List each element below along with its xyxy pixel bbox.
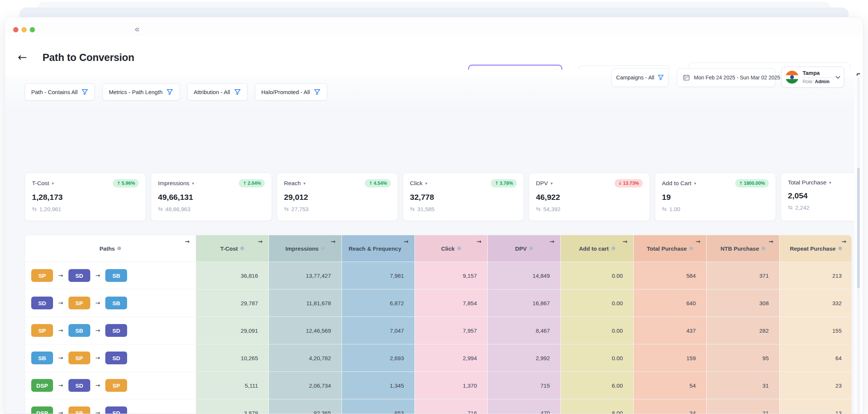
sort-arrow-icon[interactable]: →	[185, 238, 190, 245]
campaigns-filter-button[interactable]: Campaigns - All	[612, 68, 669, 87]
table-cell: 21	[706, 399, 779, 414]
column-header[interactable]: → DPV	[487, 235, 560, 262]
column-header[interactable]: → Impressions	[269, 235, 341, 262]
path-arrow-icon: →	[96, 409, 100, 414]
table-cell: 0.00	[560, 317, 633, 344]
column-header[interactable]: → Reach & Frequency	[341, 235, 414, 262]
window-titlebar: «	[5, 17, 863, 36]
filter-chip[interactable]: Attribution - All	[187, 83, 247, 100]
sort-arrow-icon[interactable]: →	[695, 238, 700, 245]
path-badge: DSP	[31, 379, 53, 392]
filter-chip[interactable]: Halo/Promoted - All	[255, 83, 327, 100]
kpi-metric-select[interactable]: Reach ▾	[284, 180, 305, 187]
kpi-metric-select[interactable]: Add to Cart ▾	[662, 180, 696, 187]
kpi-metric-select[interactable]: T-Cost ▾	[32, 180, 54, 187]
kpi-previous: ⇆ 48,66,963	[158, 205, 265, 212]
maximize-window-button[interactable]	[30, 27, 35, 32]
sort-arrow-icon[interactable]: →	[404, 238, 408, 245]
table-row[interactable]: DSP→SD→SP 5,1112,06,7341,3451,3707156.00…	[25, 371, 851, 399]
kpi-previous: ⇆ 27,753	[284, 205, 391, 212]
table-row[interactable]: DSP→SP→SD 3,87992,3656537164708.00342113	[25, 399, 851, 414]
main-content: Path - Contains All Metrics - Path Lengt…	[5, 76, 863, 414]
table-row[interactable]: SB→SP→SD 10,2654,20,7822,6932,9942,9920.…	[25, 344, 851, 371]
close-window-button[interactable]	[13, 27, 18, 32]
path-badge: SP	[105, 379, 127, 392]
table-cell: 7,047	[341, 317, 414, 344]
kpi-value: 29,012	[284, 193, 391, 202]
user-role: Role: Admin	[803, 79, 831, 85]
sort-arrow-icon[interactable]: →	[331, 238, 335, 245]
filter-chip[interactable]: Metrics - Path Length	[102, 83, 180, 100]
kpi-metric-label: DPV	[536, 180, 548, 187]
column-header[interactable]: → Total Purchase	[633, 235, 706, 262]
app-window: « ← Path to Conversion Campaigns - All	[5, 17, 863, 414]
path-arrow-icon: →	[58, 272, 63, 279]
sort-arrow-icon[interactable]: →	[258, 238, 263, 245]
info-icon	[529, 247, 533, 250]
chevron-down-icon: ▾	[192, 181, 194, 186]
kpi-card: Impressions ▾ ↑ 2.04% 49,66,131 ⇆ 48,66,…	[151, 173, 272, 221]
filter-funnel-icon	[166, 88, 173, 96]
user-menu[interactable]: Tampa Role: Admin	[781, 67, 844, 88]
table-cell: 371	[706, 262, 779, 289]
column-header-label: T-Cost	[220, 245, 238, 252]
column-header[interactable]: → Add to cart	[560, 235, 633, 262]
table-row[interactable]: SP→SD→SB 36,81613,77,4277,9819,15714,849…	[25, 262, 851, 289]
back-button[interactable]: ←	[18, 52, 27, 63]
table-cell: 470	[487, 399, 560, 414]
filter-funnel-icon	[81, 88, 88, 96]
column-header[interactable]: → Click	[414, 235, 487, 262]
column-header[interactable]: → T-Cost	[196, 235, 269, 262]
sort-arrow-icon[interactable]: →	[768, 238, 773, 245]
kpi-metric-select[interactable]: Impressions ▾	[158, 180, 194, 187]
kpi-metric-select[interactable]: Total Purchase ▾	[788, 179, 831, 186]
kpi-value: 19	[662, 193, 769, 202]
kpi-change-badge: ↑ 2.04%	[239, 179, 265, 187]
paths-column-header[interactable]: → Paths	[25, 235, 196, 262]
table-cell: 5,111	[196, 372, 269, 399]
table-cell: 653	[341, 399, 414, 414]
kpi-change-value: 3.78%	[500, 181, 513, 186]
info-icon	[689, 247, 693, 250]
back-layer-tab-purple	[468, 65, 562, 70]
table-cell: 159	[633, 344, 706, 371]
sort-arrow-icon[interactable]: →	[622, 238, 627, 245]
chevron-down-icon: ▾	[829, 180, 832, 185]
sort-arrow-icon[interactable]: →	[841, 238, 846, 245]
kpi-previous-value: 48,66,963	[165, 206, 191, 212]
table-cell: 13	[779, 399, 852, 414]
calendar-icon	[683, 74, 690, 81]
kpi-change-badge: ↑ 1800.00%	[735, 179, 769, 187]
scrollbar-thumb[interactable]	[857, 168, 860, 288]
kpi-card: DPV ▾ ↓ 13.73% 46,922 ⇆ 54,392	[529, 173, 650, 221]
column-header[interactable]: → NTB Purchase	[706, 235, 779, 262]
kpi-value: 46,922	[536, 193, 643, 202]
chevron-down-icon: ▾	[551, 181, 553, 186]
minimize-window-button[interactable]	[21, 27, 27, 32]
trend-arrow-icon: ↑	[495, 181, 498, 186]
table-cell: 584	[633, 262, 706, 289]
path-badge: SB	[68, 324, 90, 337]
kpi-card-row: T-Cost ▾ ↑ 5.96% 1,28,173 ⇆ 1,20,961 Imp…	[25, 173, 863, 221]
path-badge: SD	[68, 269, 90, 282]
kpi-metric-select[interactable]: Click ▾	[410, 180, 427, 187]
user-name: Tampa	[803, 70, 831, 76]
sort-arrow-icon[interactable]: →	[549, 238, 554, 245]
kpi-change-badge: ↑ 3.78%	[491, 179, 517, 187]
kpi-metric-label: Impressions	[158, 180, 190, 187]
kpi-metric-select[interactable]: DPV ▾	[536, 180, 552, 187]
sidebar-collapse-icon[interactable]: «	[134, 24, 140, 35]
kpi-card: Add to Cart ▾ ↑ 1800.00% 19 ⇆ 1.00	[655, 173, 776, 221]
date-range-picker[interactable]: Mon Feb 24 2025 - Sun Mar 02 2025	[677, 68, 775, 87]
table-row[interactable]: SP→SB→SD 29,09112,46,5697,0477,9578,4670…	[25, 317, 851, 344]
table-row[interactable]: SD→SP→SB 29,78711,81,6786,8727,85416,867…	[25, 289, 851, 317]
path-arrow-icon: →	[58, 300, 63, 306]
sort-arrow-icon[interactable]: →	[476, 238, 481, 245]
page-header: ← Path to Conversion Campaigns - All	[5, 36, 863, 76]
path-cell: SP→SB→SD	[25, 317, 196, 344]
column-header[interactable]: → Repeat Purchase	[779, 235, 852, 262]
filter-chip[interactable]: Path - Contains All	[25, 83, 95, 100]
trend-arrow-icon: ↓	[618, 181, 622, 186]
kpi-change-value: 2.04%	[248, 181, 261, 186]
table-cell: 3,879	[196, 399, 269, 414]
